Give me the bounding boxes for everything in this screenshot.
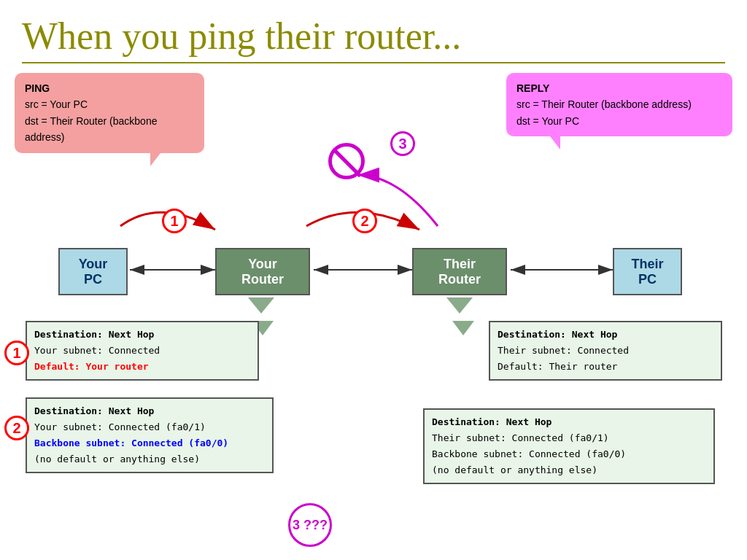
reply-line2: src = Their Router (backbone address) xyxy=(516,96,722,112)
table1-line1: Your subnet: Connected xyxy=(34,343,250,359)
ping-line1: PING xyxy=(25,80,194,96)
svg-marker-8 xyxy=(452,321,474,335)
table4-line1: Their subnet: Connected (fa0/1) xyxy=(432,430,706,446)
your-router-triangle xyxy=(248,298,274,314)
table2-line1: Your subnet: Connected (fa0/1) xyxy=(34,419,265,435)
table4-line2: Backbone subnet: Connected (fa0/0) xyxy=(432,446,706,462)
no-entry-icon xyxy=(328,143,365,179)
table2-line2: Backbone subnet: Connected (fa0/0) xyxy=(34,435,265,451)
table3-header: Destination: Next Hop xyxy=(498,327,713,343)
circle-2-table: 2 xyxy=(4,416,29,440)
reply-callout: REPLY src = Their Router (backbone addre… xyxy=(506,73,732,136)
table4-line3: (no default or anything else) xyxy=(432,462,706,478)
table2-line3: (no default or anything else) xyxy=(34,451,265,467)
circle-1-arrow: 1 xyxy=(162,209,187,233)
your-router-label: YourRouter xyxy=(241,257,284,287)
table2-header: Destination: Next Hop xyxy=(34,403,265,419)
reply-line1: REPLY xyxy=(516,80,722,96)
slide: When you ping their router... PING src =… xyxy=(0,0,747,560)
circle-3-question: 3 ??? xyxy=(288,503,332,547)
reply-line3: dst = Your PC xyxy=(516,113,722,129)
their-router-triangle xyxy=(446,298,473,314)
title-divider xyxy=(22,62,725,63)
your-pc-node: YourPC xyxy=(58,248,128,295)
their-router-routing-table: Destination: Next Hop Their subnet: Conn… xyxy=(423,408,715,484)
their-router-label: TheirRouter xyxy=(438,257,481,287)
table1-line2: Default: Your router xyxy=(34,359,250,375)
their-pc-node: TheirPC xyxy=(613,248,682,295)
ping-callout: PING src = Your PC dst = Their Router (b… xyxy=(15,73,204,153)
your-pc-label: YourPC xyxy=(79,257,108,287)
slide-title: When you ping their router... xyxy=(22,15,725,58)
your-router-node: YourRouter xyxy=(215,248,310,295)
your-router-routing-table: Destination: Next Hop Your subnet: Conne… xyxy=(26,397,274,473)
circle-2-arrow: 2 xyxy=(352,209,377,233)
table3-line1: Their subnet: Connected xyxy=(498,343,713,359)
their-router-node: TheirRouter xyxy=(412,248,507,295)
their-pc-routing-table: Destination: Next Hop Their subnet: Conn… xyxy=(489,321,722,381)
table3-line2: Default: Their router xyxy=(498,359,713,375)
table1-header: Destination: Next Hop xyxy=(34,327,250,343)
table4-header: Destination: Next Hop xyxy=(432,414,706,430)
their-pc-label: TheirPC xyxy=(631,257,663,287)
your-pc-routing-table: Destination: Next Hop Your subnet: Conne… xyxy=(26,321,259,381)
ping-line2: src = Your PC xyxy=(25,96,194,112)
circle-1-table: 1 xyxy=(4,341,29,365)
circle-3-reply: 3 xyxy=(390,131,415,156)
ping-line3: dst = Their Router (backbone address) xyxy=(25,113,194,146)
